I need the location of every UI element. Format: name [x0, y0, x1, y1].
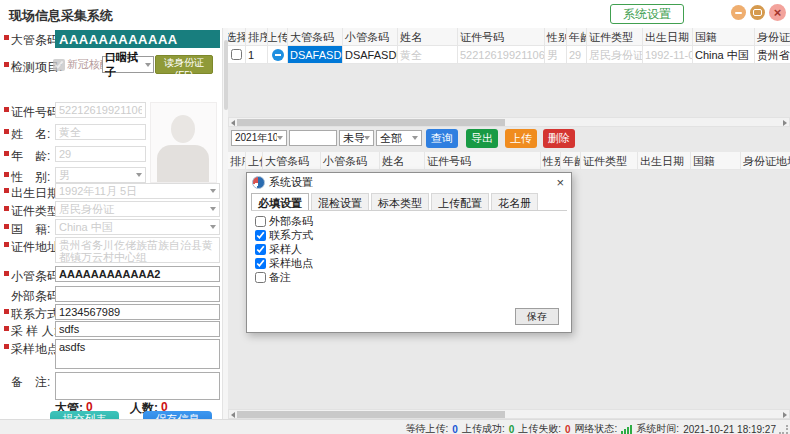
bottom-table-header: 排序 上传 大管条码 小管条码 姓名 证件号码 性别 年龄 证件类型 出生日期 … [228, 152, 790, 170]
scope-filter-select[interactable]: 全部 [376, 130, 422, 146]
tab-specimen-type[interactable]: 标本类型 [371, 193, 429, 210]
column-header: 证件类型 [587, 28, 643, 46]
option-external-code[interactable]: 外部条码 [255, 215, 313, 228]
scroll-left-icon[interactable] [231, 412, 235, 418]
query-button[interactable]: 查询 [426, 129, 458, 148]
bottom-table-hscrollbar[interactable] [228, 409, 790, 419]
maximize-icon [753, 9, 762, 16]
chevron-down-icon [210, 225, 216, 229]
birth-row: 出生日期: 1992年11月 5日 [0, 183, 222, 201]
sampler-input[interactable] [55, 321, 220, 337]
table-row[interactable]: 1 DSAFASDFAAAS DSAFASDFAAAS1 黄全 52212619… [228, 46, 790, 64]
gender-select[interactable]: 男 [55, 167, 146, 183]
option-contact[interactable]: 联系方式 [255, 229, 313, 242]
date-picker[interactable]: 2021年10月21日 [231, 130, 287, 146]
column-header: 出生日期 [643, 28, 693, 46]
cell-name: 黄全 [398, 46, 458, 64]
scrollbar-thumb[interactable] [237, 411, 505, 418]
app-title: 现场信息采集系统 [9, 7, 113, 25]
barcode-search-input[interactable] [289, 130, 337, 146]
required-marker [4, 271, 9, 276]
chevron-down-icon [277, 136, 283, 140]
column-header: 年龄 [561, 152, 581, 170]
upload-button[interactable]: 上传 [505, 129, 537, 148]
chevron-down-icon [145, 63, 151, 67]
query-toolbar: 2021年10月21日 未导 全部 查询 导出 上传 删除 [228, 128, 790, 152]
resize-grip-icon[interactable] [779, 425, 788, 434]
covid-test-checkbox[interactable] [53, 59, 65, 71]
id-address-textarea[interactable]: 贵州省务川仡佬族苗族自治县黄都镇万云村中心组 [55, 237, 220, 263]
dialog-save-button[interactable]: 保存 [515, 308, 559, 325]
export-button[interactable]: 导出 [466, 129, 498, 148]
top-table-header: 选择 排序 上传 大管条码 小管条码 姓名 证件号码 性别 年龄 证件类型 出生… [228, 28, 790, 46]
small-tube-input[interactable] [55, 266, 220, 282]
system-settings-button[interactable]: 系统设置 [610, 4, 684, 24]
big-tube-input[interactable]: AAAAAAAAAAAA [55, 30, 220, 48]
option-checkbox[interactable] [255, 272, 266, 283]
contact-row: 联系方式: [0, 304, 222, 322]
option-checkbox[interactable] [255, 216, 266, 227]
top-table-hscrollbar[interactable] [228, 117, 790, 127]
external-code-input[interactable] [55, 286, 220, 302]
cell-address: 贵州省务川仡佬族苗族自治县黄都镇万云村中心组 [755, 46, 790, 64]
tab-roster[interactable]: 花名册 [491, 193, 538, 210]
maximize-button[interactable] [750, 5, 765, 20]
required-marker [4, 129, 9, 134]
birth-date-picker[interactable]: 1992年11月 5日 [55, 183, 220, 199]
scrollbar-thumb[interactable] [237, 119, 505, 126]
column-header: 小管条码 [321, 152, 380, 170]
name-input[interactable] [55, 124, 146, 140]
wait-upload-value: 0 [452, 424, 458, 434]
option-remark[interactable]: 备注 [255, 271, 313, 284]
tab-upload-config[interactable]: 上传配置 [431, 193, 489, 210]
cell-small-tube: DSAFASDFAAAS1 [343, 46, 398, 64]
nationality-select[interactable]: China 中国 [55, 219, 220, 235]
dialog-close-icon[interactable]: × [554, 176, 566, 189]
option-sampler[interactable]: 采样人 [255, 243, 313, 256]
app-window: 现场信息采集系统 系统设置 × 大管条码: AAAAAAAAAAAA 检测项目:… [0, 0, 790, 434]
dialog-title-bar: 系统设置 × [247, 173, 571, 191]
close-button[interactable]: × [769, 4, 786, 21]
cell-sort: 1 [246, 46, 268, 64]
column-header: 小管条码 [343, 28, 398, 46]
option-checkbox[interactable] [255, 230, 266, 241]
export-filter-select[interactable]: 未导 [339, 130, 374, 146]
option-sample-site[interactable]: 采样地点 [255, 257, 313, 270]
column-header: 排序 [228, 152, 246, 170]
row-select-checkbox[interactable] [231, 49, 242, 60]
nationality-row: 国 籍: China 中国 [0, 219, 222, 237]
required-marker [4, 309, 9, 314]
remark-label: 备 注: [11, 374, 50, 391]
calendar-dropdown-icon [210, 189, 216, 193]
age-input[interactable] [55, 146, 146, 162]
required-marker [4, 107, 9, 112]
contact-input[interactable] [55, 304, 220, 320]
option-checkbox[interactable] [255, 244, 266, 255]
delete-button[interactable]: 删除 [543, 129, 575, 148]
swab-type-select[interactable]: 口咽拭子 [102, 56, 154, 73]
scroll-right-icon[interactable] [783, 412, 787, 418]
sample-site-textarea[interactable]: asdfs [55, 339, 220, 369]
column-header: 选择 [228, 28, 246, 46]
column-header: 身份证地址 [755, 28, 790, 46]
minimize-button[interactable] [731, 5, 746, 20]
scroll-left-icon[interactable] [231, 120, 235, 126]
option-checkbox[interactable] [255, 258, 266, 269]
cell-big-tube-selected[interactable]: DSAFASDFAAAS [288, 46, 343, 64]
column-header: 证件号码 [458, 28, 545, 46]
tab-required-settings[interactable]: 必填设置 [251, 193, 309, 210]
required-marker [4, 188, 9, 193]
scroll-right-icon[interactable] [783, 120, 787, 126]
id-number-input[interactable] [55, 102, 146, 118]
cell-nation: China 中国 [693, 46, 755, 64]
column-header: 性别 [545, 28, 567, 46]
photo-silhouette-head [171, 115, 195, 143]
remark-textarea[interactable] [55, 372, 220, 400]
id-type-select[interactable]: 居民身份证 [55, 201, 220, 217]
big-tube-row: 大管条码: AAAAAAAAAAAA [0, 30, 222, 48]
read-id-card-button[interactable]: 读身份证 (F5) [155, 55, 213, 74]
test-item-row: 检测项目: 新冠核酸 口咽拭子 读身份证 (F5) [0, 57, 222, 75]
required-marker [4, 35, 9, 40]
network-status-label: 网络状态: [575, 422, 618, 434]
tab-mixed-test-settings[interactable]: 混检设置 [311, 193, 369, 210]
